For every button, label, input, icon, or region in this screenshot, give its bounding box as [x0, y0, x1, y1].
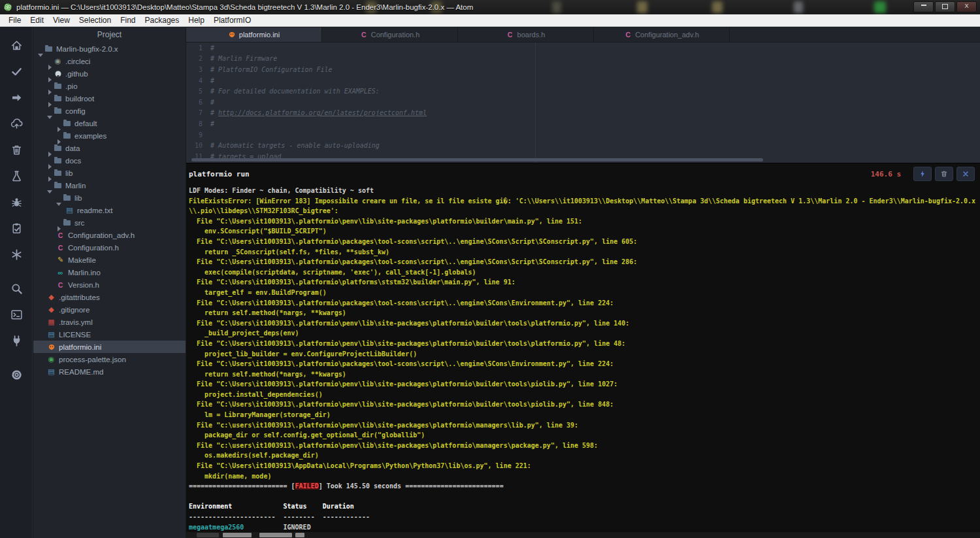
- tree-item-lib[interactable]: lib: [33, 167, 186, 179]
- terminal-line: LDF Modes: Finder ~ chain, Compatibility…: [189, 186, 980, 196]
- tree-item--gitignore[interactable]: ◆.gitignore: [33, 303, 186, 316]
- terminal-clear-button[interactable]: [935, 167, 953, 181]
- terminal-rerun-button[interactable]: [913, 167, 932, 181]
- editor-pane[interactable]: 1#2# Marlin Firmware3# PlatformIO Config…: [186, 42, 980, 163]
- tree-item-platformio-ini[interactable]: platformio.ini: [33, 341, 186, 353]
- tree-item-label: .pio: [65, 82, 78, 90]
- tree-item-license[interactable]: ▤LICENSE: [33, 328, 186, 341]
- tree-item-configuration-adv-h[interactable]: CConfiguration_adv.h: [33, 229, 186, 241]
- tree-item-src[interactable]: src: [33, 216, 186, 229]
- tree-item-marlin-bugfix-2-0-x[interactable]: Marlin-bugfix-2.0.x: [33, 42, 186, 55]
- toolbar-settings-button[interactable]: [3, 361, 29, 388]
- toolbar-run-other-target-button[interactable]: [3, 215, 29, 241]
- menu-edit[interactable]: Edit: [25, 14, 48, 26]
- code-text: # Marlin Firmware: [210, 55, 277, 62]
- toolbar-find-in-project-button[interactable]: [3, 275, 29, 301]
- terminal-panel: platformio run 146.6 s LDF Modes: Finder…: [186, 163, 980, 538]
- tree-item-process-palette-json[interactable]: ◉process-palette.json: [33, 353, 186, 365]
- toolbar-upload-remote-button[interactable]: [3, 110, 29, 137]
- terminal-line: File "C:\Users\it1003913\.platformio\pen…: [189, 318, 980, 329]
- menu-platformio[interactable]: PlatformIO: [209, 14, 255, 26]
- toolbar-build-button[interactable]: [3, 58, 29, 84]
- tree-item-config[interactable]: config: [33, 105, 186, 117]
- table-icon: ▤: [46, 367, 56, 376]
- toolbar-debug-button[interactable]: [3, 189, 29, 215]
- tree-item-label: process-palette.json: [59, 356, 126, 363]
- tab-boards-h[interactable]: Cboards.h: [458, 27, 594, 42]
- folder-icon: [53, 109, 63, 114]
- terminal-header: platformio run 146.6 s: [186, 163, 980, 184]
- menu-view[interactable]: View: [48, 14, 74, 26]
- close-button[interactable]: X: [956, 1, 977, 12]
- tab-configuration-adv-h[interactable]: CConfiguration_adv.h: [594, 27, 730, 42]
- tree-item-label: lib: [65, 169, 73, 177]
- tree-item-makefile[interactable]: ✎Makefile: [33, 254, 186, 266]
- maximize-button[interactable]: [935, 1, 955, 12]
- code-text: #: [210, 44, 214, 52]
- tree-item-label: default: [74, 120, 97, 127]
- tree-item-marlin[interactable]: Marlin: [33, 179, 186, 192]
- menu-find[interactable]: Find: [116, 14, 140, 26]
- minimize-button[interactable]: [913, 1, 934, 12]
- folder-icon: [62, 220, 72, 226]
- menu-help[interactable]: Help: [184, 14, 209, 26]
- tree-item-lib[interactable]: lib: [33, 192, 186, 204]
- tree-item-configuration-h[interactable]: CConfiguration.h: [33, 241, 186, 254]
- tree-item-examples[interactable]: examples: [33, 129, 186, 142]
- atom-window: platformio.ini — C:\Users\it1003913\Desk…: [0, 0, 980, 538]
- tab-platformio-ini[interactable]: platformio.ini: [186, 27, 322, 42]
- terminal-line: File "C:\Users\it1003913\AppData\Local\P…: [189, 461, 980, 471]
- terminal-line: Environment Status Duration: [189, 501, 980, 512]
- toolbar-pio-home-button[interactable]: [3, 32, 29, 58]
- terminal-line: ========================= [FAILED] Took …: [189, 481, 980, 492]
- terminal-horizontal-scrollbar[interactable]: [186, 532, 980, 538]
- tree-item-docs[interactable]: docs: [33, 154, 186, 167]
- tree-item-marlin-ino[interactable]: ∞Marlin.ino: [33, 266, 186, 278]
- tree-item--pio[interactable]: .pio: [33, 80, 186, 92]
- code-link[interactable]: http://docs.platformio.org/en/latest/pro…: [218, 109, 427, 116]
- menu-packages[interactable]: Packages: [140, 14, 184, 26]
- tab-label: Configuration.h: [371, 31, 420, 39]
- clipboard-check-icon: [10, 222, 23, 235]
- arrow-right-icon: [10, 92, 23, 104]
- toolbar-upload-button[interactable]: [3, 84, 29, 110]
- desktop-bleed-blob: [552, 1, 561, 13]
- code-text: # For detailed documentation with EXAMPL…: [210, 88, 380, 95]
- tree-item-label: .circleci: [65, 58, 90, 65]
- folder-icon: [53, 183, 63, 188]
- terminal-output[interactable]: LDF Modes: Finder ~ chain, Compatibility…: [186, 184, 980, 532]
- tree-item--github[interactable]: .github: [33, 67, 186, 80]
- tree-item--gitattributes[interactable]: ◆.gitattributes: [33, 291, 186, 303]
- terminal-line: FileExistsError: [WinError 183] Impossib…: [189, 196, 980, 207]
- toolbar-serial-monitor-button[interactable]: [3, 328, 29, 354]
- menu-selection[interactable]: Selection: [74, 14, 116, 26]
- editor-horizontal-scrollbar[interactable]: [191, 158, 763, 161]
- terminal-line: File "C:\Users\it1003913\.platformio\pac…: [189, 237, 980, 247]
- terminal-close-button[interactable]: [956, 167, 975, 181]
- editor-line: 3# PlatformIO Configuration File: [186, 64, 980, 75]
- code-text: # Automatic targets - enable auto-upload…: [210, 142, 380, 149]
- terminal-line: return _SConscript(self.fs, *files, **su…: [189, 247, 980, 258]
- toolbar-terminal-button[interactable]: [3, 301, 29, 328]
- terminal-line: File "C:\Users\it1003913\.platformio\pac…: [189, 298, 980, 309]
- tree-item--travis-yml[interactable]: ▦.travis.yml: [33, 316, 186, 328]
- line-number: 8: [186, 120, 210, 127]
- project-tree[interactable]: Marlin-bugfix-2.0.x◉.circleci.github.pio…: [33, 42, 186, 538]
- tree-item-version-h[interactable]: CVersion.h: [33, 278, 186, 291]
- toolbar-pio-remote-button[interactable]: [3, 241, 29, 267]
- toolbar-clean-button[interactable]: [3, 137, 29, 163]
- tree-item-data[interactable]: data: [33, 142, 186, 154]
- tree-item-buildroot[interactable]: buildroot: [33, 92, 186, 105]
- circleci-icon: ◉: [53, 57, 63, 65]
- tree-item-readme-md[interactable]: ▤README.md: [33, 365, 186, 378]
- tree-item--circleci[interactable]: ◉.circleci: [33, 55, 186, 67]
- plug-icon: [10, 335, 23, 347]
- editor-line: 4#: [186, 75, 980, 86]
- menu-file[interactable]: File: [4, 14, 25, 26]
- terminal-line: File "C:\Users\it1003913\.platformio\pen…: [189, 379, 980, 390]
- code-text: # PlatformIO Configuration File: [210, 66, 333, 73]
- tab-configuration-h[interactable]: CConfiguration.h: [322, 27, 458, 42]
- toolbar-test-button[interactable]: [3, 163, 29, 189]
- travis-icon: ▦: [46, 318, 56, 326]
- tree-item-default[interactable]: default: [33, 117, 186, 129]
